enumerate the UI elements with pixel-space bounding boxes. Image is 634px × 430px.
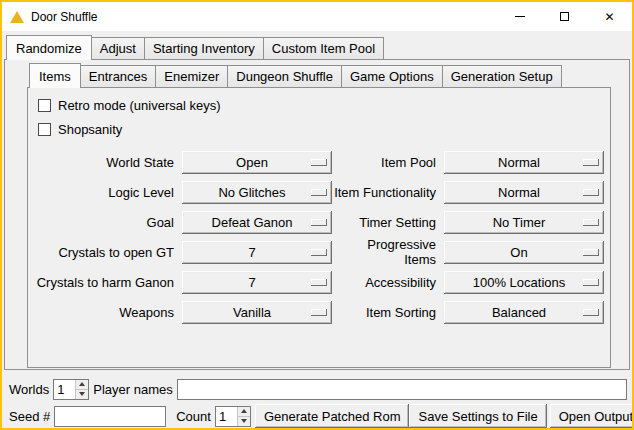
weapons-value: Vanilla <box>233 305 271 320</box>
tab-entrances[interactable]: Entrances <box>80 65 157 87</box>
count-spinner-up[interactable] <box>238 407 250 417</box>
seed-label: Seed # <box>9 409 50 424</box>
world-state-label: World State <box>34 155 182 170</box>
options-grid: World State Open Item Pool Normal Logic … <box>34 147 604 327</box>
logic-level-label: Logic Level <box>34 185 182 200</box>
dropdown-indicator-icon <box>583 189 599 196</box>
options-row: World State Open Item Pool Normal <box>34 147 604 177</box>
dropdown-indicator-icon <box>583 219 599 226</box>
timer-setting-value: No Timer <box>493 215 546 230</box>
accessibility-label: Accessibility <box>334 275 444 290</box>
item-sorting-label: Item Sorting <box>334 305 444 320</box>
count-input[interactable] <box>216 407 237 426</box>
maximize-button[interactable] <box>542 2 587 31</box>
options-row: Crystals to open GT 7 Progressive Items … <box>34 237 604 267</box>
world-state-dropdown[interactable]: Open <box>182 151 332 174</box>
weapons-label: Weapons <box>34 305 182 320</box>
spinner-up-icon <box>241 409 247 413</box>
shopsanity-checkbox-row[interactable]: Shopsanity <box>38 117 604 141</box>
generate-patched-rom-button[interactable]: Generate Patched Rom <box>255 404 410 428</box>
timer-setting-label: Timer Setting <box>334 215 444 230</box>
progressive-items-label: Progressive Items <box>334 237 444 267</box>
app-icon <box>9 10 25 24</box>
options-row: Goal Defeat Ganon Timer Setting No Timer <box>34 207 604 237</box>
weapons-dropdown[interactable]: Vanilla <box>182 301 332 324</box>
count-spinner-down[interactable] <box>238 417 250 426</box>
seed-row: Seed # Count Generate Patched Rom Save S… <box>5 404 629 428</box>
worlds-spinner-down[interactable] <box>76 390 88 399</box>
dropdown-indicator-icon <box>311 249 327 256</box>
item-functionality-label: Item Functionality <box>334 185 444 200</box>
seed-input[interactable] <box>54 406 166 427</box>
logic-level-dropdown[interactable]: No Glitches <box>182 181 332 204</box>
minimize-button[interactable] <box>497 2 542 31</box>
dropdown-indicator-icon <box>583 309 599 316</box>
dropdown-indicator-icon <box>583 279 599 286</box>
options-row: Weapons Vanilla Item Sorting Balanced <box>34 297 604 327</box>
tab-dungeon-shuffle[interactable]: Dungeon Shuffle <box>227 65 342 87</box>
crystals-open-gt-label: Crystals to open GT <box>34 245 182 260</box>
tab-generation-setup[interactable]: Generation Setup <box>442 65 562 87</box>
item-functionality-dropdown[interactable]: Normal <box>444 181 604 204</box>
goal-label: Goal <box>34 215 182 230</box>
dropdown-indicator-icon <box>311 219 327 226</box>
tab-custom-item-pool[interactable]: Custom Item Pool <box>263 37 384 59</box>
item-pool-dropdown[interactable]: Normal <box>444 151 604 174</box>
item-pool-value: Normal <box>498 155 540 170</box>
dropdown-indicator-icon <box>583 249 599 256</box>
accessibility-dropdown[interactable]: 100% Locations <box>444 271 604 294</box>
tab-randomize[interactable]: Randomize <box>6 35 92 60</box>
count-spinner[interactable] <box>215 406 251 427</box>
top-tabbar: Randomize Adjust Starting Inventory Cust… <box>4 35 630 59</box>
progressive-items-value: On <box>510 245 527 260</box>
window-title: Door Shuffle <box>31 10 98 24</box>
tab-items[interactable]: Items <box>29 63 81 88</box>
items-pane: Retro mode (universal keys) Shopsanity W… <box>27 87 611 368</box>
tab-adjust[interactable]: Adjust <box>91 37 145 59</box>
worlds-spinner-up[interactable] <box>76 380 88 390</box>
shopsanity-checkbox[interactable] <box>38 123 51 136</box>
crystals-open-gt-dropdown[interactable]: 7 <box>182 241 332 264</box>
count-spinner-buttons <box>237 407 250 426</box>
close-icon: ✕ <box>604 11 614 23</box>
player-names-label: Player names <box>93 382 172 397</box>
crystals-harm-ganon-value: 7 <box>248 275 255 290</box>
retro-mode-label: Retro mode (universal keys) <box>58 98 221 113</box>
count-label: Count <box>176 409 211 424</box>
open-output-directory-button[interactable]: Open Output Directory <box>550 404 634 428</box>
tab-enemizer[interactable]: Enemizer <box>155 65 228 87</box>
retro-mode-checkbox[interactable] <box>38 99 51 112</box>
window-controls: ✕ <box>497 2 632 31</box>
player-names-input[interactable] <box>177 379 627 400</box>
timer-setting-dropdown[interactable]: No Timer <box>444 211 604 234</box>
dropdown-indicator-icon <box>311 309 327 316</box>
goal-value: Defeat Ganon <box>212 215 293 230</box>
shopsanity-label: Shopsanity <box>58 122 122 137</box>
save-settings-button[interactable]: Save Settings to File <box>409 404 546 428</box>
options-row: Logic Level No Glitches Item Functionali… <box>34 177 604 207</box>
worlds-row: Worlds Player names <box>5 378 629 400</box>
dropdown-indicator-icon <box>311 159 327 166</box>
crystals-harm-ganon-dropdown[interactable]: 7 <box>182 271 332 294</box>
retro-mode-checkbox-row[interactable]: Retro mode (universal keys) <box>38 93 604 117</box>
progressive-items-dropdown[interactable]: On <box>444 241 604 264</box>
inner-tabbar: Items Entrances Enemizer Dungeon Shuffle… <box>5 63 629 87</box>
logic-level-value: No Glitches <box>218 185 285 200</box>
accessibility-value: 100% Locations <box>473 275 566 290</box>
maximize-icon <box>560 12 569 21</box>
crystals-open-gt-value: 7 <box>248 245 255 260</box>
close-button[interactable]: ✕ <box>587 2 632 31</box>
randomize-pane: Items Entrances Enemizer Dungeon Shuffle… <box>4 59 630 370</box>
minimize-icon <box>515 16 525 17</box>
spinner-up-icon <box>79 382 85 386</box>
worlds-input[interactable] <box>54 380 75 399</box>
worlds-label: Worlds <box>9 382 49 397</box>
tab-game-options[interactable]: Game Options <box>341 65 443 87</box>
titlebar: Door Shuffle ✕ <box>2 2 632 31</box>
dropdown-indicator-icon <box>311 189 327 196</box>
item-sorting-dropdown[interactable]: Balanced <box>444 301 604 324</box>
tab-starting-inventory[interactable]: Starting Inventory <box>144 37 264 59</box>
goal-dropdown[interactable]: Defeat Ganon <box>182 211 332 234</box>
options-row: Crystals to harm Ganon 7 Accessibility 1… <box>34 267 604 297</box>
worlds-spinner[interactable] <box>53 379 89 400</box>
